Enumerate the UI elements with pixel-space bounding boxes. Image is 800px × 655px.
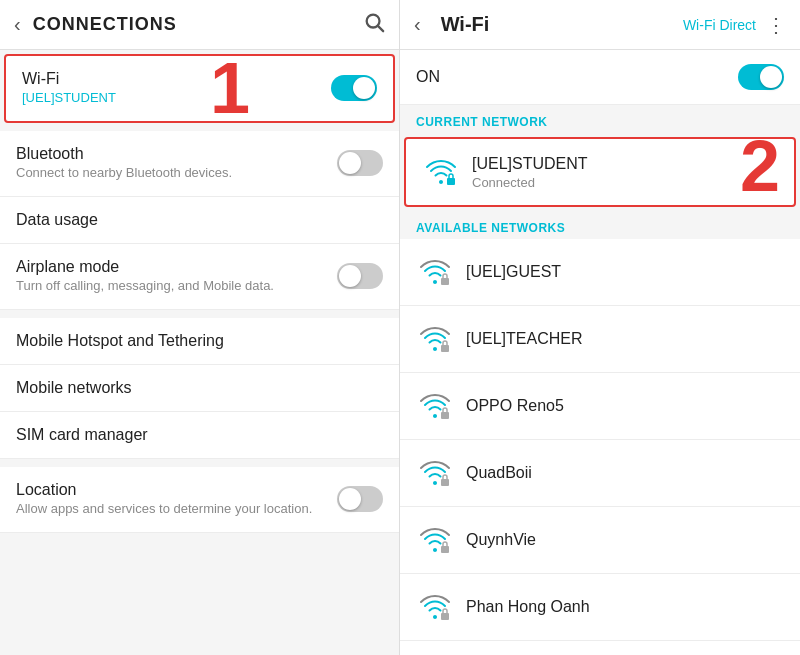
data-usage-text: Data usage	[16, 211, 383, 229]
available-network-item[interactable]: OPPO Reno5	[400, 373, 800, 440]
location-toggle[interactable]	[337, 486, 383, 512]
data-usage-item[interactable]: Data usage	[0, 197, 399, 244]
location-item[interactable]: Location Allow apps and services to dete…	[0, 467, 399, 533]
available-wifi-icon	[416, 588, 454, 626]
mobile-networks-title: Mobile networks	[16, 379, 383, 397]
wifi-direct-label[interactable]: Wi-Fi Direct	[683, 17, 756, 33]
svg-line-1	[378, 26, 383, 31]
available-network-name: Phan Hong Oanh	[466, 598, 784, 616]
search-icon[interactable]	[363, 11, 385, 38]
available-network-text: [UEL]TEACHER	[466, 330, 784, 348]
wifi-title: Wi-Fi	[22, 70, 331, 88]
available-network-item[interactable]: QuadBoii	[400, 440, 800, 507]
sim-card-title: SIM card manager	[16, 426, 383, 444]
mobile-networks-text: Mobile networks	[16, 379, 383, 397]
location-title: Location	[16, 481, 337, 499]
right-header: ‹ Wi-Fi Wi-Fi Direct ⋮	[400, 0, 800, 50]
badge-2: 2	[740, 130, 780, 202]
bluetooth-title: Bluetooth	[16, 145, 337, 163]
svg-rect-4	[441, 345, 449, 352]
current-wifi-icon	[422, 153, 460, 191]
svg-rect-7	[441, 546, 449, 553]
wifi-subtitle: [UEL]STUDENT	[22, 90, 331, 107]
svg-rect-5	[441, 412, 449, 419]
available-network-item[interactable]: [UEL]TEACHER	[400, 306, 800, 373]
sim-card-text: SIM card manager	[16, 426, 383, 444]
location-subtitle: Allow apps and services to determine you…	[16, 501, 337, 518]
airplane-mode-item[interactable]: Airplane mode Turn off calling, messagin…	[0, 244, 399, 310]
connections-title: CONNECTIONS	[33, 14, 363, 35]
available-network-name: QuadBoii	[466, 464, 784, 482]
available-wifi-icon	[416, 253, 454, 291]
current-network-status: Connected	[472, 175, 778, 190]
current-network-text: [UEL]STUDENT Connected	[472, 155, 778, 190]
bluetooth-item[interactable]: Bluetooth Connect to nearby Bluetooth de…	[0, 131, 399, 197]
available-network-name: [UEL]GUEST	[466, 263, 784, 281]
wifi-item[interactable]: Wi-Fi [UEL]STUDENT	[4, 54, 395, 123]
available-network-text: OPPO Reno5	[466, 397, 784, 415]
current-network-name: [UEL]STUDENT	[472, 155, 778, 173]
svg-rect-3	[441, 278, 449, 285]
wifi-on-toggle[interactable]	[738, 64, 784, 90]
current-network-item[interactable]: [UEL]STUDENT Connected	[404, 137, 796, 207]
left-header: ‹ CONNECTIONS	[0, 0, 399, 50]
wifi-back-icon[interactable]: ‹	[414, 13, 421, 36]
airplane-mode-toggle[interactable]	[337, 263, 383, 289]
more-options-icon[interactable]: ⋮	[766, 13, 786, 37]
available-networks-list: [UEL]GUEST [UEL]TEACHER	[400, 239, 800, 655]
available-network-text: QuadBoii	[466, 464, 784, 482]
available-network-item[interactable]: Thanh tùng	[400, 641, 800, 655]
wifi-on-row: ON	[400, 50, 800, 105]
airplane-mode-subtitle: Turn off calling, messaging, and Mobile …	[16, 278, 337, 295]
svg-rect-2	[447, 178, 455, 185]
left-content: Wi-Fi [UEL]STUDENT Bluetooth Connect to …	[0, 50, 399, 655]
svg-rect-6	[441, 479, 449, 486]
svg-rect-8	[441, 613, 449, 620]
wifi-on-label: ON	[416, 68, 440, 86]
available-wifi-icon	[416, 387, 454, 425]
bluetooth-item-text: Bluetooth Connect to nearby Bluetooth de…	[16, 145, 337, 182]
back-icon[interactable]: ‹	[14, 13, 21, 36]
available-networks-section: AVAILABLE NETWORKS	[400, 211, 800, 239]
mobile-hotspot-title: Mobile Hotspot and Tethering	[16, 332, 383, 350]
airplane-mode-text: Airplane mode Turn off calling, messagin…	[16, 258, 337, 295]
location-text: Location Allow apps and services to dete…	[16, 481, 337, 518]
bluetooth-toggle[interactable]	[337, 150, 383, 176]
available-network-item[interactable]: Phan Hong Oanh	[400, 574, 800, 641]
badge-1: 1	[210, 52, 250, 124]
available-network-text: QuynhVie	[466, 531, 784, 549]
wifi-item-text: Wi-Fi [UEL]STUDENT	[22, 70, 331, 107]
data-usage-title: Data usage	[16, 211, 383, 229]
mobile-networks-item[interactable]: Mobile networks	[0, 365, 399, 412]
available-network-item[interactable]: QuynhVie	[400, 507, 800, 574]
available-network-text: Phan Hong Oanh	[466, 598, 784, 616]
available-network-name: OPPO Reno5	[466, 397, 784, 415]
available-network-name: [UEL]TEACHER	[466, 330, 784, 348]
bluetooth-subtitle: Connect to nearby Bluetooth devices.	[16, 165, 337, 182]
mobile-hotspot-item[interactable]: Mobile Hotspot and Tethering	[0, 318, 399, 365]
available-wifi-icon	[416, 454, 454, 492]
sim-card-item[interactable]: SIM card manager	[0, 412, 399, 459]
available-network-name: QuynhVie	[466, 531, 784, 549]
wifi-toggle[interactable]	[331, 75, 377, 101]
available-network-item[interactable]: [UEL]GUEST	[400, 239, 800, 306]
wifi-panel-title: Wi-Fi	[441, 13, 683, 36]
available-wifi-icon	[416, 320, 454, 358]
available-wifi-icon	[416, 521, 454, 559]
airplane-mode-title: Airplane mode	[16, 258, 337, 276]
available-network-text: [UEL]GUEST	[466, 263, 784, 281]
mobile-hotspot-text: Mobile Hotspot and Tethering	[16, 332, 383, 350]
